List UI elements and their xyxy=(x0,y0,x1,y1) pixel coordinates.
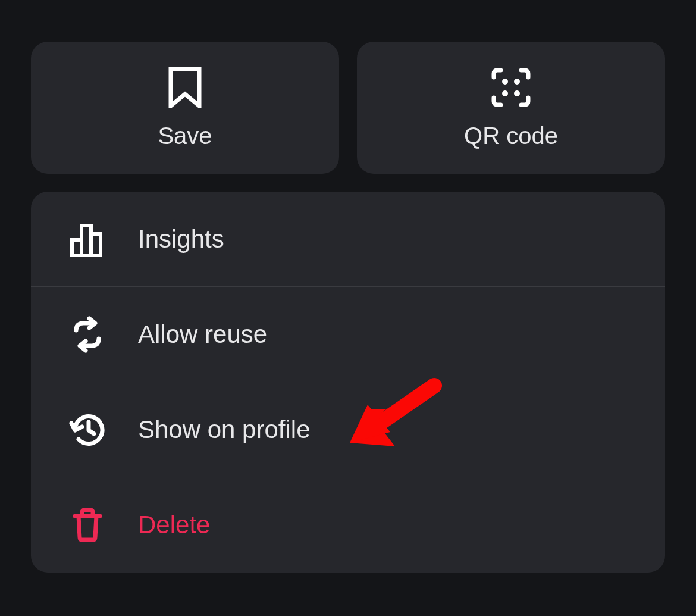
menu-item-delete-label: Delete xyxy=(138,511,210,539)
trash-icon xyxy=(69,506,106,543)
qr-code-icon xyxy=(490,67,532,108)
menu-item-allow-reuse-label: Allow reuse xyxy=(138,320,267,349)
svg-point-2 xyxy=(502,90,508,96)
svg-point-3 xyxy=(514,90,520,96)
bookmark-icon xyxy=(168,67,202,108)
menu-item-delete[interactable]: Delete xyxy=(31,477,665,573)
menu-item-insights-label: Insights xyxy=(138,225,224,254)
menu-item-allow-reuse[interactable]: Allow reuse xyxy=(31,287,665,382)
menu-item-show-on-profile[interactable]: Show on profile xyxy=(31,382,665,477)
svg-rect-6 xyxy=(91,234,101,255)
save-button-label: Save xyxy=(158,123,212,149)
history-icon xyxy=(69,411,106,448)
bar-chart-icon xyxy=(69,221,106,258)
top-button-row: Save QR code xyxy=(31,42,665,174)
save-button[interactable]: Save xyxy=(31,42,339,174)
refresh-icon xyxy=(69,316,106,353)
menu-item-show-on-profile-label: Show on profile xyxy=(138,415,311,444)
menu-item-insights[interactable]: Insights xyxy=(31,192,665,287)
svg-point-1 xyxy=(514,79,520,85)
svg-point-0 xyxy=(502,79,508,85)
qr-code-button[interactable]: QR code xyxy=(357,42,665,174)
menu-list: Insights Allow reuse Show on profile xyxy=(31,192,665,573)
qr-code-button-label: QR code xyxy=(464,123,558,149)
